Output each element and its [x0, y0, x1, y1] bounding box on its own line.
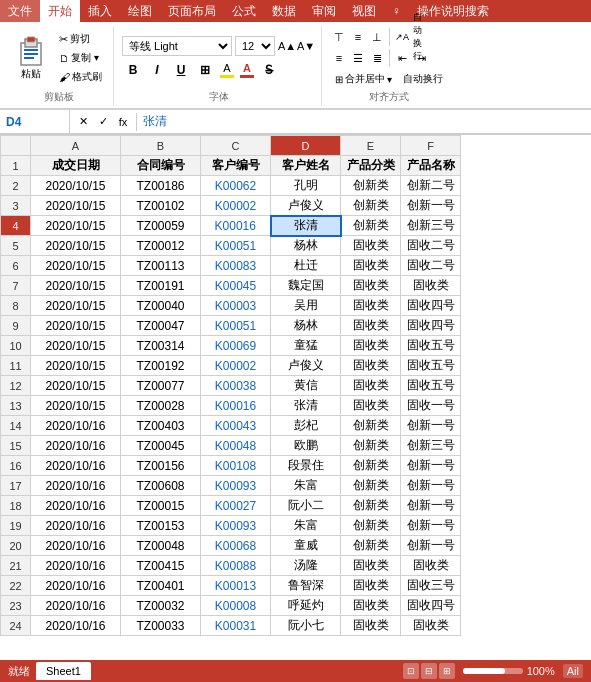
- cut-button[interactable]: ✂ 剪切: [54, 30, 107, 48]
- cell-F13[interactable]: 固收一号: [401, 396, 461, 416]
- cell-E18[interactable]: 创新类: [341, 496, 401, 516]
- auto-wrap-button[interactable]: 自动换行: [398, 70, 448, 88]
- insert-function-button[interactable]: fx: [114, 113, 132, 131]
- cell-D3[interactable]: 卢俊义: [271, 196, 341, 216]
- cell-C1[interactable]: 客户编号: [201, 156, 271, 176]
- cell-A4[interactable]: 2020/10/15: [31, 216, 121, 236]
- cell-B24[interactable]: TZ00033: [121, 616, 201, 636]
- cell-reference-box[interactable]: D4: [0, 110, 70, 133]
- cell-F12[interactable]: 固收五号: [401, 376, 461, 396]
- cell-F10[interactable]: 固收五号: [401, 336, 461, 356]
- cell-C8[interactable]: K00003: [201, 296, 271, 316]
- menu-review[interactable]: 审阅: [304, 0, 344, 22]
- rotate-text-button[interactable]: ↗A: [393, 28, 411, 46]
- cell-C21[interactable]: K00088: [201, 556, 271, 576]
- cell-B8[interactable]: TZ00040: [121, 296, 201, 316]
- font-name-select[interactable]: 等线 Light: [122, 36, 232, 56]
- cell-A13[interactable]: 2020/10/15: [31, 396, 121, 416]
- increase-font-button[interactable]: A▲: [278, 37, 296, 55]
- cell-E4[interactable]: 创新类: [341, 216, 401, 236]
- cell-A2[interactable]: 2020/10/15: [31, 176, 121, 196]
- page-break-button[interactable]: ⊞: [439, 663, 455, 671]
- cell-B10[interactable]: TZ00314: [121, 336, 201, 356]
- cell-E21[interactable]: 固收类: [341, 556, 401, 576]
- decrease-indent-button[interactable]: ⇤: [393, 49, 411, 67]
- menu-layout[interactable]: 页面布局: [160, 0, 224, 22]
- cell-D19[interactable]: 朱富: [271, 516, 341, 536]
- cell-A22[interactable]: 2020/10/16: [31, 576, 121, 596]
- col-header-A[interactable]: A: [31, 136, 121, 156]
- zoom-slider[interactable]: [463, 668, 523, 671]
- cell-F18[interactable]: 创新一号: [401, 496, 461, 516]
- cell-F14[interactable]: 创新一号: [401, 416, 461, 436]
- cell-A24[interactable]: 2020/10/16: [31, 616, 121, 636]
- cell-A3[interactable]: 2020/10/15: [31, 196, 121, 216]
- increase-indent-button[interactable]: ⇥: [412, 49, 430, 67]
- cell-E19[interactable]: 创新类: [341, 516, 401, 536]
- cell-B23[interactable]: TZ00032: [121, 596, 201, 616]
- cell-D20[interactable]: 童威: [271, 536, 341, 556]
- cell-E2[interactable]: 创新类: [341, 176, 401, 196]
- cell-E12[interactable]: 固收类: [341, 376, 401, 396]
- cell-F23[interactable]: 固收四号: [401, 596, 461, 616]
- cell-E20[interactable]: 创新类: [341, 536, 401, 556]
- cell-F8[interactable]: 固收四号: [401, 296, 461, 316]
- cell-A14[interactable]: 2020/10/16: [31, 416, 121, 436]
- cell-C18[interactable]: K00027: [201, 496, 271, 516]
- formula-input[interactable]: 张清: [137, 113, 591, 130]
- cell-A12[interactable]: 2020/10/15: [31, 376, 121, 396]
- col-header-E[interactable]: E: [341, 136, 401, 156]
- underline-button[interactable]: U: [170, 59, 192, 81]
- cell-B2[interactable]: TZ00186: [121, 176, 201, 196]
- strikethrough-button[interactable]: S̶: [258, 59, 280, 81]
- cell-D15[interactable]: 欧鹏: [271, 436, 341, 456]
- cell-B9[interactable]: TZ00047: [121, 316, 201, 336]
- cell-C20[interactable]: K00068: [201, 536, 271, 556]
- align-bottom-button[interactable]: ⊥: [368, 28, 386, 46]
- decrease-font-button[interactable]: A▼: [297, 37, 315, 55]
- menu-insert[interactable]: 插入: [80, 0, 120, 22]
- col-header-C[interactable]: C: [201, 136, 271, 156]
- cell-F15[interactable]: 创新三号: [401, 436, 461, 456]
- cell-E16[interactable]: 创新类: [341, 456, 401, 476]
- cell-C4[interactable]: K00016: [201, 216, 271, 236]
- menu-file[interactable]: 文件: [0, 0, 40, 22]
- cell-B6[interactable]: TZ00113: [121, 256, 201, 276]
- menu-view[interactable]: 视图: [344, 0, 384, 22]
- cell-D5[interactable]: 杨林: [271, 236, 341, 256]
- cell-B14[interactable]: TZ00403: [121, 416, 201, 436]
- cell-B15[interactable]: TZ00045: [121, 436, 201, 456]
- cancel-formula-button[interactable]: ✕: [74, 113, 92, 131]
- cell-F2[interactable]: 创新二号: [401, 176, 461, 196]
- menu-formula[interactable]: 公式: [224, 0, 264, 22]
- col-header-F[interactable]: F: [401, 136, 461, 156]
- cell-F21[interactable]: 固收类: [401, 556, 461, 576]
- cell-C15[interactable]: K00048: [201, 436, 271, 456]
- confirm-formula-button[interactable]: ✓: [94, 113, 112, 131]
- cell-D11[interactable]: 卢俊义: [271, 356, 341, 376]
- cell-C5[interactable]: K00051: [201, 236, 271, 256]
- cell-A6[interactable]: 2020/10/15: [31, 256, 121, 276]
- cell-D12[interactable]: 黄信: [271, 376, 341, 396]
- cell-A7[interactable]: 2020/10/15: [31, 276, 121, 296]
- cell-B7[interactable]: TZ00191: [121, 276, 201, 296]
- cell-B17[interactable]: TZ00608: [121, 476, 201, 496]
- cell-A23[interactable]: 2020/10/16: [31, 596, 121, 616]
- cell-C22[interactable]: K00013: [201, 576, 271, 596]
- cell-D10[interactable]: 童猛: [271, 336, 341, 356]
- font-size-select[interactable]: 12: [235, 36, 275, 56]
- cell-D7[interactable]: 魏定国: [271, 276, 341, 296]
- align-middle-button[interactable]: ≡: [349, 28, 367, 46]
- cell-F1[interactable]: 产品名称: [401, 156, 461, 176]
- cell-B13[interactable]: TZ00028: [121, 396, 201, 416]
- align-right-button[interactable]: ≣: [368, 49, 386, 67]
- cell-A15[interactable]: 2020/10/16: [31, 436, 121, 456]
- cell-E24[interactable]: 固收类: [341, 616, 401, 636]
- cell-D18[interactable]: 阮小二: [271, 496, 341, 516]
- ai-label[interactable]: Ail: [563, 664, 583, 671]
- cell-F6[interactable]: 固收二号: [401, 256, 461, 276]
- cell-E14[interactable]: 创新类: [341, 416, 401, 436]
- cell-B4[interactable]: TZ00059: [121, 216, 201, 236]
- sheet-tab-1[interactable]: Sheet1: [36, 662, 91, 671]
- cell-B18[interactable]: TZ00015: [121, 496, 201, 516]
